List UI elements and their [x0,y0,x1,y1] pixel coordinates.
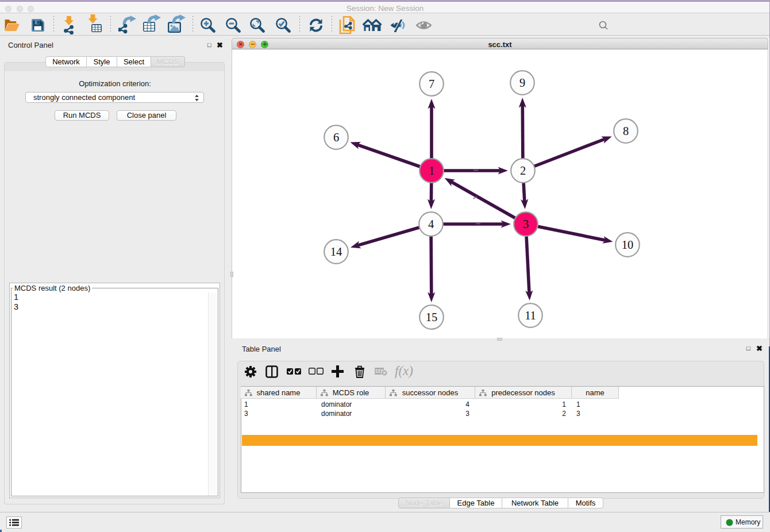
svg-text:1: 1 [429,164,434,177]
svg-text:2: 2 [520,164,526,177]
svg-text:10: 10 [622,238,634,251]
svg-text:14: 14 [330,245,342,258]
svg-text:3: 3 [523,218,529,230]
svg-text:4: 4 [428,218,434,230]
svg-text:15: 15 [426,311,438,323]
svg-text:6: 6 [333,131,339,144]
svg-text:11: 11 [525,309,536,322]
svg-text:7: 7 [429,78,434,90]
svg-text:8: 8 [623,125,629,137]
svg-text:9: 9 [519,76,525,89]
